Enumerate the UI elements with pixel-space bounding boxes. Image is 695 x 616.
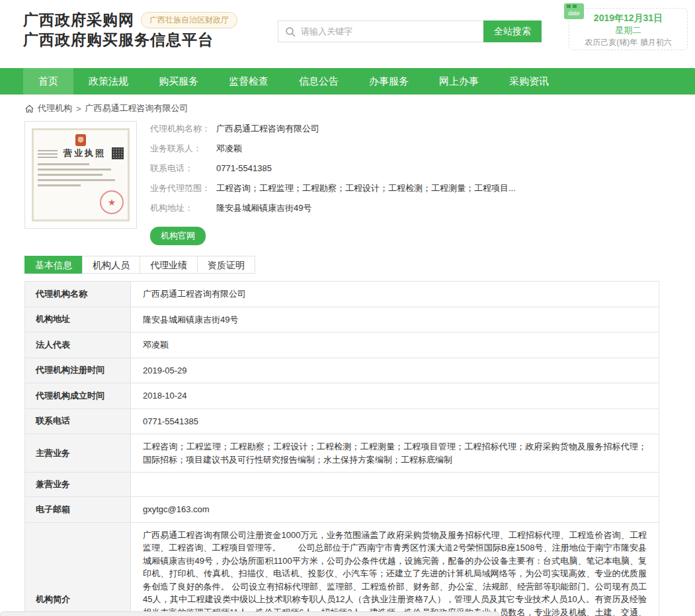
weekday-text: 星期二: [569, 24, 687, 36]
row-value: [131, 473, 659, 497]
site-search-button[interactable]: 全站搜索: [483, 20, 542, 42]
summary-row-name: 代理机构名称： 广西易通工程咨询有限公司: [150, 124, 516, 134]
date-widget: date 2019年12月31日 星期二 农历己亥(猪)年 腊月初六: [569, 8, 688, 50]
site-search: 全站搜索: [278, 20, 542, 42]
row-value: 2018-10-24: [131, 383, 659, 409]
tab-performance[interactable]: 代理业绩: [140, 256, 198, 274]
site-title-line2: 广西政府购买服务信息平台: [23, 30, 237, 50]
field-value: 隆安县城厢镇康吉街49号: [216, 203, 311, 213]
row-label: 代理机构注册时间: [25, 358, 131, 383]
search-input[interactable]: [301, 26, 466, 36]
site-title-line1: 广西政府采购网: [23, 10, 134, 30]
table-row: 联系电话 0771-5541385: [25, 408, 659, 434]
main-nav: 首页 政策法规 购买服务 监督检查 信息公告 办事服务 网上办事 采购资讯: [0, 68, 695, 95]
agency-website-button[interactable]: 机构官网: [150, 227, 206, 245]
row-label: 电子邮箱: [25, 497, 131, 523]
national-emblem-icon: [75, 134, 86, 146]
table-row: 代理机构成立时间 2018-10-24: [25, 383, 659, 409]
summary-row-address: 机构地址： 隆安县城厢镇康吉街49号: [150, 203, 516, 213]
row-label: 兼营业务: [25, 473, 131, 497]
license-text-lines: [38, 163, 124, 186]
field-value: 0771-5541385: [216, 163, 272, 174]
tab-staff[interactable]: 机构人员: [82, 256, 140, 274]
home-icon: [24, 104, 34, 114]
row-label: 法人代表: [25, 332, 131, 358]
detail-tabs: 基本信息 机构人员 代理业绩 资质证明: [24, 256, 695, 274]
nav-item-home[interactable]: 首页: [23, 68, 73, 95]
breadcrumb: 代理机构 > 广西易通工程咨询有限公司: [24, 102, 695, 114]
breadcrumb-current: 广西易通工程咨询有限公司: [85, 102, 188, 114]
field-label: 机构地址：: [150, 203, 216, 213]
red-seal-icon: ★: [100, 190, 124, 214]
agency-profile: 营业执照 ★ 代理机构名称： 广西易通工程咨询有限公司 业务联系人： 邓凌颖 联…: [24, 121, 695, 245]
field-label: 联系电话：: [150, 163, 216, 174]
nav-item-purchase-service[interactable]: 购买服务: [143, 68, 214, 95]
tab-basic-info[interactable]: 基本信息: [24, 256, 83, 274]
field-value: 广西易通工程咨询有限公司: [216, 124, 319, 134]
nav-item-news[interactable]: 采购资讯: [494, 68, 564, 95]
row-label: 代理机构成立时间: [25, 383, 131, 409]
horizontal-scrollbar[interactable]: [0, 611, 499, 616]
license-title: 营业执照: [63, 147, 106, 159]
nav-item-online[interactable]: 网上办事: [424, 68, 494, 95]
table-row: 主营业务 工程咨询；工程监理；工程勘察；工程设计；工程检测；工程测量；工程项目管…: [25, 434, 659, 473]
table-row: 代理机构名称 广西易通工程咨询有限公司: [25, 282, 659, 307]
row-value: 2019-05-29: [131, 358, 659, 383]
breadcrumb-root[interactable]: 代理机构: [38, 102, 72, 114]
row-label: 机构地址: [25, 307, 131, 332]
table-row: 机构地址 隆安县城厢镇康吉街49号: [25, 307, 659, 332]
calendar-icon: date: [564, 3, 584, 19]
table-row: 法人代表 邓凌颖: [25, 332, 659, 358]
row-value: 广西易通工程咨询有限公司注册资金1000万元，业务范围涵盖了政府采购货物及服务招…: [131, 522, 659, 616]
date-text: 2019年12月31日: [569, 12, 687, 24]
row-value: gxytgc@163.com: [131, 497, 659, 523]
row-value: 工程咨询；工程监理；工程勘察；工程设计；工程检测；工程测量；工程项目管理；工程招…: [131, 434, 659, 473]
summary-row-contact: 业务联系人： 邓凌颖: [150, 143, 516, 154]
row-value: 隆安县城厢镇康吉街49号: [131, 307, 659, 332]
page-header: 广西政府采购网 广西壮族自治区财政厅 广西政府购买服务信息平台 全站搜索 dat…: [0, 0, 695, 68]
field-value: 工程咨询；工程监理；工程勘察；工程设计；工程检测；工程测量；工程项目...: [216, 183, 516, 194]
field-value: 邓凌颖: [216, 143, 242, 154]
search-icon: [285, 26, 296, 37]
row-value: 广西易通工程咨询有限公司: [131, 282, 659, 307]
business-license-image: 营业执照 ★: [24, 121, 137, 229]
gov-badge: 广西壮族自治区财政厅: [141, 12, 237, 28]
table-row: 代理机构注册时间 2019-05-29: [25, 358, 659, 383]
summary-row-phone: 联系电话： 0771-5541385: [150, 163, 516, 174]
nav-item-policy[interactable]: 政策法规: [73, 68, 143, 95]
table-row: 电子邮箱 gxytgc@163.com: [25, 497, 659, 523]
lunar-date-text: 农历己亥(猪)年 腊月初六: [569, 36, 687, 48]
row-value: 邓凌颖: [131, 332, 659, 358]
nav-item-services[interactable]: 办事服务: [354, 68, 424, 95]
row-value: 0771-5541385: [131, 408, 659, 434]
nav-item-supervision[interactable]: 监督检查: [214, 68, 284, 95]
summary-row-scope: 业务代理范围： 工程咨询；工程监理；工程勘察；工程设计；工程检测；工程测量；工程…: [150, 183, 516, 194]
field-label: 代理机构名称：: [150, 124, 216, 134]
field-label: 业务联系人：: [150, 143, 216, 154]
breadcrumb-separator: >: [76, 104, 81, 114]
row-label: 联系电话: [25, 408, 131, 434]
nav-item-announcements[interactable]: 信息公告: [284, 68, 354, 95]
agency-summary: 代理机构名称： 广西易通工程咨询有限公司 业务联系人： 邓凌颖 联系电话： 07…: [150, 121, 516, 245]
field-label: 业务代理范围：: [150, 183, 216, 194]
row-label: 主营业务: [25, 434, 131, 473]
tab-qualifications[interactable]: 资质证明: [197, 256, 255, 274]
license-decor-lines: [38, 149, 58, 158]
row-label: 机构简介: [25, 522, 131, 616]
table-row: 兼营业务: [25, 473, 659, 497]
row-label: 代理机构名称: [25, 282, 131, 307]
table-row: 机构简介 广西易通工程咨询有限公司注册资金1000万元，业务范围涵盖了政府采购货…: [25, 522, 659, 616]
qr-code-icon: [112, 147, 124, 159]
basic-info-table: 代理机构名称 广西易通工程咨询有限公司 机构地址 隆安县城厢镇康吉街49号 法人…: [24, 281, 659, 616]
site-logo: 广西政府采购网 广西壮族自治区财政厅 广西政府购买服务信息平台: [23, 10, 237, 50]
